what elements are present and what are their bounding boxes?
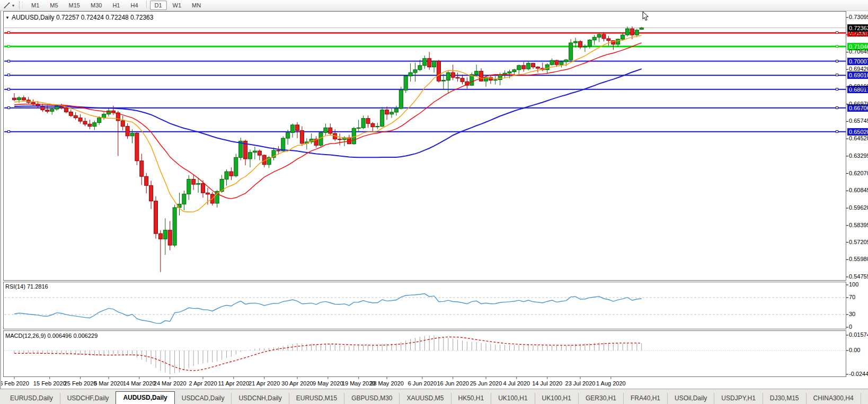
chart-tab-eurusd-daily[interactable]: EURUSD,Daily: [3, 393, 60, 404]
main-chart-panel[interactable]: [3, 11, 846, 281]
chart-tab-ger30-h1[interactable]: GER30,H1: [578, 393, 623, 404]
chart-tab-uk100-h1[interactable]: UK100,H1: [491, 393, 534, 404]
chart-tab-dj30-m15[interactable]: DJ30,M15: [763, 393, 806, 404]
price-axis-label: 0.64520: [849, 135, 868, 141]
timeframe-button-m5[interactable]: M5: [45, 1, 63, 10]
chart-tab-usdjpy-h1[interactable]: USDJPY,H1: [714, 393, 762, 404]
timeframe-toolbar: ▾ M1M5M15M30H1H4D1W1MN: [0, 0, 868, 11]
macd-axis-label: 0.00: [849, 347, 860, 353]
price-axis-label: 0.68195: [849, 83, 868, 89]
chart-tab-usoil-h[interactable]: USOil,H: [861, 393, 868, 404]
chart-tab-audusd-daily[interactable]: AUDUSD,Daily: [116, 391, 174, 404]
toolbar-separator: [146, 1, 147, 8]
crosshair-tool-icon[interactable]: [2, 1, 12, 10]
price-axis-label: 0.69420: [849, 66, 868, 72]
price-axis-label: 0.65745: [849, 118, 868, 124]
timeframe-button-m1[interactable]: M1: [26, 1, 44, 10]
chevron-down-icon[interactable]: ▾: [12, 3, 14, 8]
macd-axis-label: 0.015741: [849, 331, 868, 338]
chart-tab-uk100-h1[interactable]: UK100,H1: [535, 393, 578, 404]
chart-tab-bar: EURUSD,DailyUSDCHF,DailyAUDUSD,DailyUSDC…: [0, 389, 868, 404]
chart-tab-usdchf-daily[interactable]: USDCHF,Daily: [60, 393, 116, 404]
price-axis-label: 0.55980: [849, 256, 868, 262]
date-axis-label: 1 Aug 2020: [590, 380, 632, 387]
mt4-chart-window: ▾ M1M5M15M30H1H4D1W1MN ▼AUDUSD,Daily 0.7…: [0, 0, 868, 404]
date-axis[interactable]: 6 Feb 202015 Feb 202025 Feb 20205 Mar 20…: [3, 377, 846, 389]
hline-price-badge: 0.65020: [847, 128, 868, 136]
timeframe-buttons: M1M5M15M30H1H4D1W1MN: [26, 1, 206, 10]
price-axis-label: 0.60845: [849, 187, 868, 193]
price-axis-label: 0.71870: [849, 31, 868, 38]
chart-tab-xauusd-m5[interactable]: XAUUSD,M5: [399, 393, 450, 404]
chart-tab-gbpusd-m30[interactable]: GBPUSD,M30: [344, 393, 399, 404]
current-price-badge: 0.72363: [847, 24, 868, 32]
chart-tab-usdcnh-daily[interactable]: USDCNH,Daily: [231, 393, 288, 404]
hline-price-badge: 0.66706: [847, 104, 868, 112]
timeframe-button-w1[interactable]: W1: [168, 1, 187, 10]
hline-price-badge: 0.71046: [847, 43, 868, 50]
timeframe-button-h1[interactable]: H1: [108, 1, 125, 10]
timeframe-button-mn[interactable]: MN: [187, 1, 206, 10]
rsi-indicator-panel[interactable]: [3, 282, 846, 329]
price-axis-label: 0.66970: [849, 101, 868, 107]
chart-tab-usdcad-daily[interactable]: USDCAD,Daily: [175, 393, 232, 404]
price-axis-label: 0.54755: [849, 273, 868, 280]
chart-tab-usoil-daily[interactable]: USOil,Daily: [667, 393, 714, 404]
hline-price-badge: 0.70007: [847, 58, 868, 65]
chart-tab-fra40-h1[interactable]: FRA40,H1: [623, 393, 667, 404]
timeframe-button-m15[interactable]: M15: [64, 1, 85, 10]
hline-price-badge: 0.72001: [847, 29, 868, 37]
window-left-edge: [0, 11, 1, 389]
chart-tab-china300-h4[interactable]: CHINA300,H4: [806, 393, 861, 404]
rsi-axis-label: 70: [849, 294, 855, 300]
timeframe-button-h4[interactable]: H4: [126, 1, 143, 10]
timeframe-button-d1[interactable]: D1: [150, 1, 167, 10]
price-axis-label: 0.62070: [849, 170, 868, 176]
macd-indicator-panel[interactable]: [3, 330, 846, 377]
price-axis-label: 0.57205: [849, 239, 868, 245]
price-axis-label: 0.59620: [849, 204, 868, 211]
chart-tab-hk50-h1[interactable]: HK50,H1: [451, 393, 491, 404]
rsi-axis-label: 0: [849, 324, 852, 330]
hline-price-badge: 0.69010: [847, 71, 868, 79]
toolbar-grip[interactable]: [19, 2, 23, 9]
price-axis-label: 0.73095: [849, 14, 868, 20]
chart-tab-eurusd-m15[interactable]: EURUSD,M15: [289, 393, 344, 404]
price-axis-label: 0.70645: [849, 48, 868, 55]
hline-price-badge: 0.68017: [847, 86, 868, 93]
rsi-axis-label: 30: [849, 311, 855, 317]
rsi-axis-label: 100: [849, 281, 858, 288]
timeframe-button-m30[interactable]: M30: [86, 1, 107, 10]
price-axis-label: 0.58395: [849, 222, 868, 228]
macd-axis-label: -0.02441: [849, 371, 868, 377]
price-axis-label: 0.63295: [849, 152, 868, 159]
